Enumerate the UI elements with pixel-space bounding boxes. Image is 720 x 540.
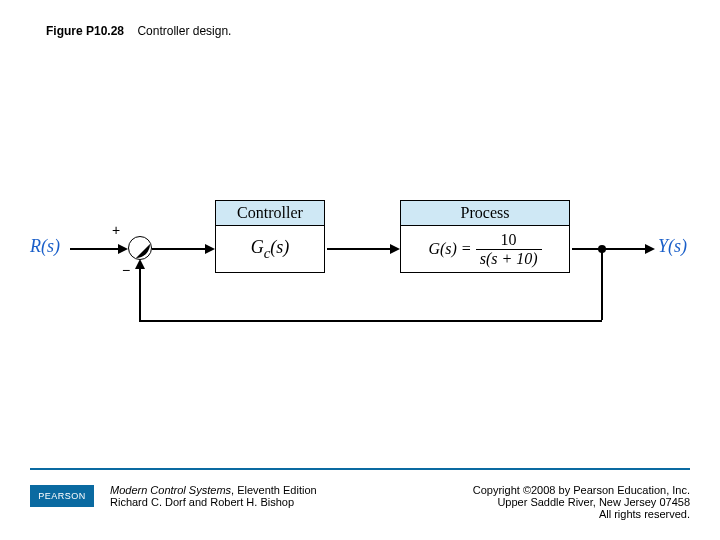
- minus-sign: −: [122, 262, 130, 278]
- arrowhead-icon: [118, 244, 128, 254]
- book-edition: , Eleventh Edition: [231, 484, 317, 496]
- controller-header: Controller: [215, 200, 325, 225]
- block-diagram: R(s) + − Controller Gc(s) Process G(s) =: [30, 200, 690, 360]
- wire-controller-to-process: [327, 248, 392, 250]
- process-block: Process G(s) = 10 s(s + 10): [400, 200, 570, 273]
- book-title: Modern Control Systems: [110, 484, 231, 496]
- arrowhead-icon: [135, 259, 145, 269]
- footer-right: Copyright ©2008 by Pearson Education, In…: [473, 484, 690, 520]
- summing-junction: [128, 236, 152, 260]
- wire-feedback-up: [139, 268, 141, 321]
- plus-sign: +: [112, 222, 120, 238]
- controller-block: Controller Gc(s): [215, 200, 325, 273]
- figure-title: Controller design.: [137, 24, 231, 38]
- tf-denominator: s(s + 10): [476, 250, 542, 267]
- copyright-line-1: Copyright ©2008 by Pearson Education, In…: [473, 484, 690, 496]
- controller-tf: Gc(s): [215, 225, 325, 273]
- footer-left: PEARSON Modern Control Systems, Eleventh…: [30, 484, 317, 508]
- figure-number: Figure P10.28: [46, 24, 124, 38]
- process-header: Process: [400, 200, 570, 225]
- arrowhead-icon: [390, 244, 400, 254]
- wire-input-to-sum: [70, 248, 120, 250]
- input-signal-label: R(s): [30, 236, 60, 257]
- footer: PEARSON Modern Control Systems, Eleventh…: [30, 484, 690, 520]
- wire-feedback-down: [601, 248, 603, 320]
- process-tf: G(s) = 10 s(s + 10): [400, 225, 570, 273]
- figure-caption: Figure P10.28 Controller design.: [46, 24, 231, 38]
- wire-sum-to-controller: [152, 248, 207, 250]
- transfer-function-fraction: 10 s(s + 10): [476, 232, 542, 267]
- wire-process-to-output: [572, 248, 647, 250]
- page: Figure P10.28 Controller design. R(s) + …: [0, 0, 720, 540]
- process-lhs: G(s) =: [428, 240, 471, 258]
- arrowhead-icon: [645, 244, 655, 254]
- output-signal-label: Y(s): [658, 236, 687, 257]
- copyright-line-2: Upper Saddle River, New Jersey 07458: [473, 496, 690, 508]
- book-credit: Modern Control Systems, Eleventh Edition…: [110, 484, 317, 508]
- tf-numerator: 10: [476, 232, 542, 250]
- arrowhead-icon: [205, 244, 215, 254]
- book-authors: Richard C. Dorf and Robert H. Bishop: [110, 496, 317, 508]
- footer-divider: [30, 468, 690, 470]
- copyright-line-3: All rights reserved.: [473, 508, 690, 520]
- wire-feedback-horizontal: [139, 320, 602, 322]
- pearson-logo: PEARSON: [30, 485, 94, 507]
